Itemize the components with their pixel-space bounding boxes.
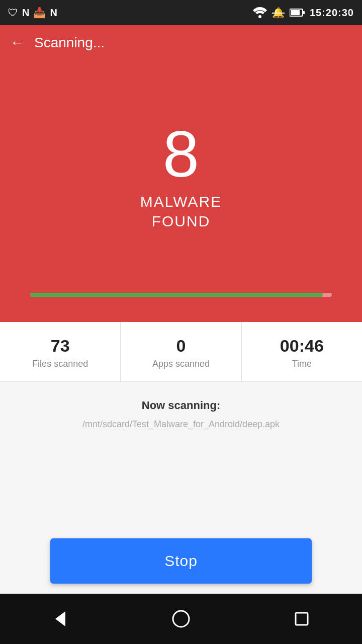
apps-scanned-label: Apps scanned [152, 359, 210, 369]
progress-bar-container [30, 293, 332, 297]
time-value: 00:46 [280, 336, 324, 356]
back-button[interactable]: ← [10, 35, 24, 51]
stat-files-scanned: 73 Files scanned [0, 322, 121, 381]
app-icon-1: 🛡 [8, 7, 18, 19]
nav-recents-icon[interactable] [292, 609, 312, 629]
files-scanned-value: 73 [51, 336, 70, 356]
svg-point-0 [258, 15, 261, 18]
nav-home-icon[interactable] [171, 609, 191, 629]
scanning-section: Now scanning: /mnt/sdcard/Test_Malware_f… [0, 382, 362, 440]
stop-button-container: Stop [50, 538, 312, 584]
stop-button[interactable]: Stop [50, 538, 312, 584]
nav-back-icon[interactable] [50, 609, 70, 629]
toolbar: ← Scanning... [0, 25, 362, 60]
progress-bar-fill [30, 293, 323, 297]
svg-point-5 [173, 611, 189, 627]
notifications-icon: 🔔 [272, 7, 285, 19]
stats-section: 73 Files scanned 0 Apps scanned 00:46 Ti… [0, 322, 362, 382]
stat-time: 00:46 Time [242, 322, 362, 381]
app-icon-2: N [22, 7, 29, 19]
status-bar-right: 🔔 15:20:30 [253, 7, 354, 19]
svg-rect-2 [291, 10, 300, 15]
navigation-bar [0, 594, 362, 644]
svg-marker-4 [55, 611, 65, 626]
status-bar-left: 🛡 N 📥 N [8, 7, 57, 19]
svg-rect-6 [296, 613, 308, 625]
apps-scanned-value: 0 [176, 336, 186, 356]
stat-apps-scanned: 0 Apps scanned [121, 322, 241, 381]
scanning-path: /mnt/sdcard/Test_Malware_for_Android/dee… [20, 419, 342, 430]
now-scanning-label: Now scanning: [20, 399, 342, 412]
svg-rect-3 [303, 11, 305, 14]
battery-icon [290, 8, 305, 17]
top-section: ← Scanning... 8 MALWARE FOUND [0, 25, 362, 322]
app-icon-4: N [50, 7, 57, 19]
malware-label: MALWARE FOUND [140, 192, 222, 231]
time-display: 15:20:30 [310, 7, 354, 19]
page-title: Scanning... [34, 35, 105, 51]
status-bar: 🛡 N 📥 N 🔔 15:20:30 [0, 0, 362, 25]
scan-content: 8 MALWARE FOUND [0, 60, 362, 322]
files-scanned-label: Files scanned [32, 359, 88, 369]
time-label: Time [292, 359, 312, 369]
malware-count: 8 [163, 121, 199, 187]
wifi-icon [253, 7, 267, 18]
app-icon-3: 📥 [33, 7, 46, 19]
